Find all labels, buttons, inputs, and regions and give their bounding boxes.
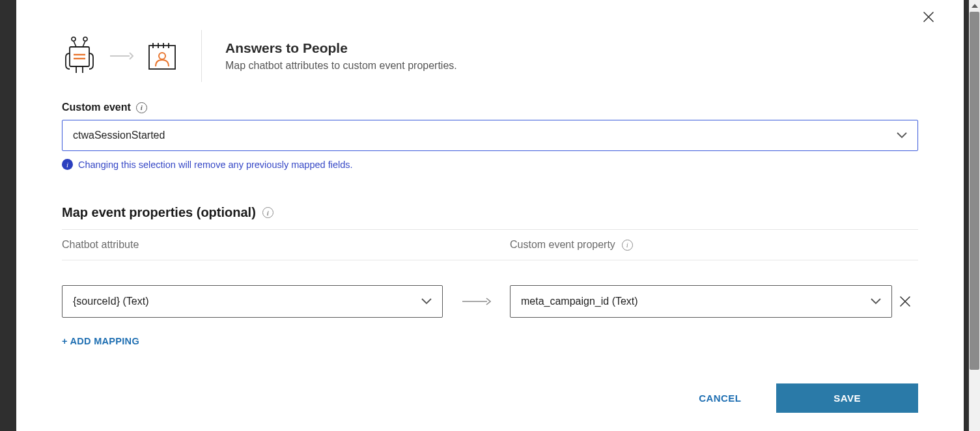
custom-event-label: Custom event xyxy=(62,102,131,113)
chatbot-attribute-header: Chatbot attribute xyxy=(62,239,510,251)
save-button[interactable]: SAVE xyxy=(776,383,918,413)
arrow-right-icon xyxy=(462,297,491,306)
close-button[interactable] xyxy=(919,8,938,26)
svg-rect-2 xyxy=(70,47,89,66)
svg-point-13 xyxy=(159,53,165,59)
triangle-up-icon xyxy=(972,4,978,8)
info-badge-icon: i xyxy=(62,159,73,170)
svg-point-1 xyxy=(83,37,87,41)
info-icon[interactable]: i xyxy=(262,207,273,218)
modal-footer: CANCEL SAVE xyxy=(62,383,918,413)
icon-flow xyxy=(62,36,178,76)
custom-event-warning: i Changing this selection will remove an… xyxy=(62,159,918,170)
custom-event-property-select[interactable]: meta_campaign_id (Text) xyxy=(510,285,892,318)
mapping-row: {sourceId} (Text) meta_campaign_id (Text… xyxy=(62,285,918,318)
chatbot-attribute-select[interactable]: {sourceId} (Text) xyxy=(62,285,443,318)
header-divider xyxy=(201,30,202,82)
close-icon xyxy=(923,11,934,23)
mapping-column-headers: Chatbot attribute Custom event property … xyxy=(62,229,918,260)
modal-subtitle: Map chatbot attributes to custom event p… xyxy=(225,60,457,72)
map-properties-title-row: Map event properties (optional) i xyxy=(62,205,918,229)
chatbot-attribute-value: {sourceId} (Text) xyxy=(73,296,149,307)
scrollbar[interactable] xyxy=(969,0,980,431)
close-icon xyxy=(900,296,910,307)
info-icon[interactable]: i xyxy=(136,102,147,113)
add-mapping-button[interactable]: + ADD MAPPING xyxy=(62,336,139,346)
map-properties-title: Map event properties (optional) xyxy=(62,205,256,220)
custom-event-property-value: meta_campaign_id (Text) xyxy=(521,296,638,307)
cancel-button[interactable]: CANCEL xyxy=(686,383,754,413)
custom-event-warning-text: Changing this selection will remove any … xyxy=(78,160,353,170)
scrollbar-thumb[interactable] xyxy=(970,12,979,370)
modal: Answers to People Map chatbot attributes… xyxy=(16,0,964,431)
arrow-right-icon xyxy=(110,51,133,61)
custom-event-select[interactable]: ctwaSessionStarted xyxy=(62,120,918,151)
custom-event-label-row: Custom event i xyxy=(62,102,918,113)
chevron-down-icon xyxy=(871,298,881,305)
custom-event-value: ctwaSessionStarted xyxy=(73,130,165,141)
info-icon[interactable]: i xyxy=(622,240,633,251)
custom-event-property-header: Custom event property xyxy=(510,239,615,251)
chatbot-icon xyxy=(62,36,97,76)
people-event-icon xyxy=(147,40,178,72)
svg-rect-8 xyxy=(149,46,175,69)
svg-point-0 xyxy=(72,37,76,41)
scroll-up-button[interactable] xyxy=(969,0,980,11)
chevron-down-icon xyxy=(897,132,907,139)
chevron-down-icon xyxy=(421,298,432,305)
delete-mapping-button[interactable] xyxy=(892,296,918,307)
modal-title: Answers to People xyxy=(225,40,457,56)
modal-header: Answers to People Map chatbot attributes… xyxy=(62,30,918,82)
